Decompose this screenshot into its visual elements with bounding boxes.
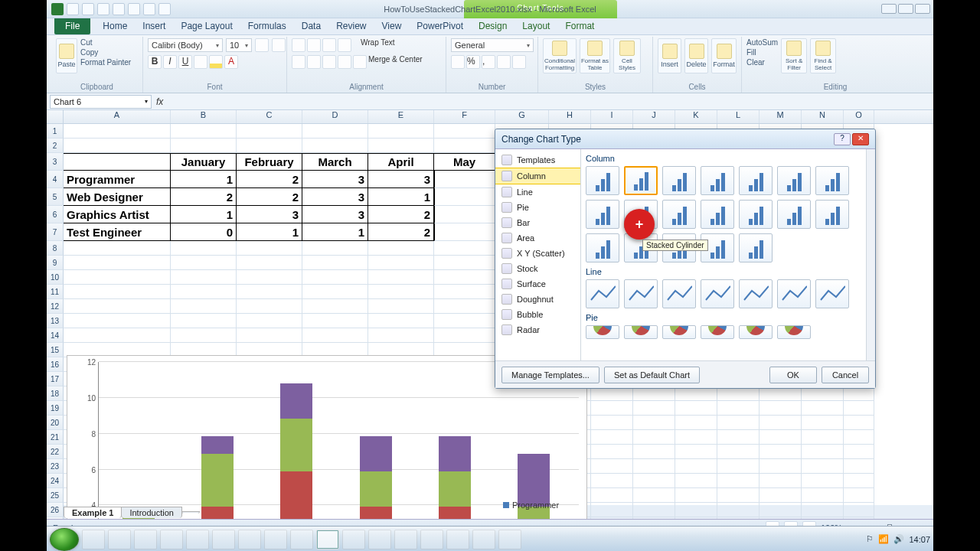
qat-new-icon[interactable]	[113, 3, 125, 15]
cell[interactable]	[675, 488, 717, 503]
chart-type-thumb[interactable]	[662, 325, 696, 339]
col-header[interactable]: E	[368, 110, 434, 123]
cell[interactable]	[171, 241, 237, 256]
bar-segment[interactable]	[360, 436, 392, 471]
row-header[interactable]: 25	[47, 488, 64, 503]
chart-category-item[interactable]: X Y (Scatter)	[495, 246, 580, 261]
cell[interactable]	[237, 328, 302, 343]
select-all-corner[interactable]	[47, 110, 64, 123]
cell[interactable]	[434, 299, 495, 314]
fill-button[interactable]: Fill	[746, 48, 778, 57]
row-header[interactable]: 24	[47, 474, 64, 488]
row-header[interactable]: 2	[47, 139, 64, 153]
tray-flag-icon[interactable]: ⚐	[866, 534, 874, 544]
cell[interactable]	[237, 285, 302, 299]
cell[interactable]	[302, 270, 368, 285]
start-button[interactable]	[50, 528, 79, 551]
bar-segment[interactable]	[439, 471, 471, 507]
chart-category-item[interactable]: Area	[495, 230, 580, 246]
increase-font-icon[interactable]	[255, 38, 269, 52]
cell[interactable]: 2	[368, 206, 434, 223]
tab-view[interactable]: View	[374, 18, 410, 34]
cell[interactable]	[802, 459, 844, 474]
cell[interactable]	[717, 474, 760, 488]
chart-type-thumb[interactable]	[701, 325, 734, 339]
comma-icon[interactable]: ,	[482, 55, 495, 69]
cell[interactable]	[760, 474, 802, 488]
cell[interactable]	[717, 445, 760, 459]
dialog-close-button[interactable]: ✕	[852, 133, 869, 145]
qat-save-icon[interactable]	[67, 3, 79, 15]
cell[interactable]	[844, 416, 874, 430]
cell[interactable]	[591, 474, 633, 488]
cell[interactable]	[633, 416, 675, 430]
dialog-help-button[interactable]: ?	[834, 133, 851, 145]
cell[interactable]	[760, 416, 802, 430]
cell[interactable]	[591, 445, 633, 459]
delete-cells-button[interactable]: Delete	[684, 38, 708, 73]
merge-button[interactable]: Merge & Center	[368, 55, 423, 69]
row-header[interactable]: 3	[47, 153, 64, 171]
taskbar-explorer-icon[interactable]	[108, 530, 131, 549]
increase-indent-icon[interactable]	[353, 55, 367, 69]
cell[interactable]: 1	[368, 188, 434, 206]
cell[interactable]	[633, 503, 675, 517]
cell[interactable]	[434, 270, 495, 285]
cell[interactable]	[675, 430, 717, 445]
chart-type-thumb[interactable]	[624, 325, 658, 339]
cell[interactable]: 1	[302, 223, 368, 241]
tab-page-layout[interactable]: Page Layout	[173, 18, 240, 34]
cell[interactable]	[64, 241, 171, 256]
cell[interactable]	[434, 171, 495, 188]
cell[interactable]	[302, 124, 368, 139]
cell[interactable]	[717, 459, 760, 474]
row-header[interactable]: 20	[47, 416, 64, 430]
cell[interactable]	[844, 445, 874, 459]
cell[interactable]	[171, 299, 237, 314]
cell[interactable]	[64, 285, 171, 299]
cell[interactable]	[302, 241, 368, 256]
cell[interactable]: Web Designer	[64, 188, 171, 206]
row-header[interactable]: 5	[47, 188, 64, 206]
cell[interactable]: 2	[237, 188, 302, 206]
cell[interactable]	[302, 256, 368, 270]
col-header[interactable]: C	[237, 110, 302, 123]
chart-category-item[interactable]: Doughnut	[495, 292, 580, 307]
cell[interactable]	[717, 416, 760, 430]
cell[interactable]	[368, 314, 434, 328]
taskbar-visio-icon[interactable]	[264, 530, 287, 549]
align-top-icon[interactable]	[292, 38, 305, 52]
cell[interactable]	[237, 299, 302, 314]
cell[interactable]	[760, 488, 802, 503]
cell[interactable]	[591, 459, 633, 474]
italic-icon[interactable]: I	[163, 55, 177, 69]
cell[interactable]	[802, 474, 844, 488]
tab-review[interactable]: Review	[328, 18, 374, 34]
cell[interactable]	[844, 459, 874, 474]
col-header[interactable]: F	[434, 110, 495, 123]
row-header[interactable]: 7	[47, 223, 64, 241]
cell[interactable]	[633, 401, 675, 416]
cell[interactable]	[675, 445, 717, 459]
row-header[interactable]: 8	[47, 241, 64, 256]
format-cells-button[interactable]: Format	[711, 38, 737, 73]
manage-templates-button[interactable]: Manage Templates...	[501, 367, 599, 383]
cell[interactable]	[717, 430, 760, 445]
tab-format[interactable]: Format	[557, 18, 602, 34]
autosum-button[interactable]: AutoSum	[746, 38, 778, 47]
cell[interactable]	[591, 430, 633, 445]
taskbar-ie-icon[interactable]	[82, 530, 105, 549]
cell[interactable]: 2	[368, 223, 434, 241]
chart-category-item[interactable]: Pie	[495, 200, 580, 215]
bar-segment[interactable]	[280, 419, 312, 471]
cell[interactable]	[802, 401, 844, 416]
tab-design[interactable]: Design	[471, 18, 514, 34]
decrease-font-icon[interactable]	[272, 38, 286, 52]
cell[interactable]	[434, 241, 495, 256]
cell[interactable]	[760, 503, 802, 517]
chart-type-thumb[interactable]	[701, 279, 734, 308]
cell[interactable]	[368, 241, 434, 256]
chart-type-thumb[interactable]	[624, 279, 658, 308]
chart-category-item[interactable]: Stock	[495, 261, 580, 276]
cell[interactable]	[717, 488, 760, 503]
